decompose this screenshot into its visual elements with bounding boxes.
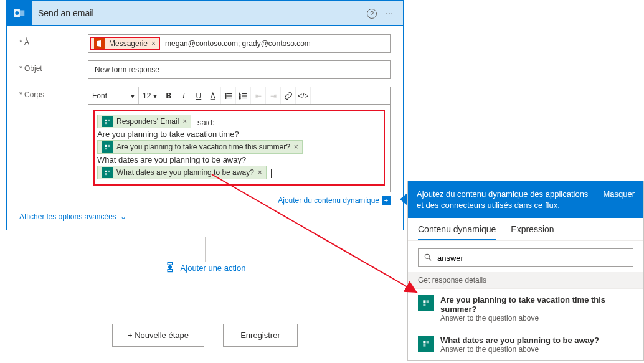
- outlook-icon: [7, 1, 32, 26]
- svg-point-8: [225, 97, 226, 98]
- panel-info-banner: Ajoutez du contenu dynamique des applica…: [408, 181, 643, 218]
- dynamic-item[interactable]: Are you planning to take vacation time t…: [408, 288, 643, 329]
- token-q2-answer[interactable]: What dates are you planning to be away? …: [97, 166, 267, 179]
- subject-label: * Objet: [19, 60, 88, 73]
- svg-rect-37: [423, 344, 425, 347]
- card-header: Send an email ? ···: [7, 1, 403, 26]
- body-text-said: said:: [197, 118, 214, 127]
- svg-rect-16: [105, 119, 107, 121]
- size-select[interactable]: 12▾: [139, 87, 161, 104]
- add-action-row: Ajouter une action: [6, 262, 404, 275]
- tab-expression[interactable]: Expression: [511, 224, 554, 240]
- numbered-button[interactable]: 123: [236, 87, 251, 104]
- body-highlight-box: Responders' Email × said: Are you planni…: [93, 110, 385, 186]
- card-title: Send an email: [38, 8, 363, 18]
- plus-icon: +: [382, 196, 391, 205]
- svg-rect-21: [105, 147, 107, 149]
- svg-rect-32: [423, 300, 425, 303]
- to-label: * À: [19, 34, 88, 47]
- svg-line-31: [429, 258, 432, 260]
- font-select[interactable]: Font▾: [88, 87, 139, 104]
- svg-text:3: 3: [239, 96, 241, 99]
- token-remove-icon[interactable]: ×: [151, 39, 156, 48]
- dynamic-search[interactable]: [418, 248, 633, 267]
- dynamic-item-desc: Answer to the question above: [440, 314, 633, 323]
- italic-button[interactable]: I: [176, 87, 191, 104]
- token-remove-icon[interactable]: ×: [258, 168, 262, 177]
- svg-rect-20: [107, 144, 109, 146]
- token-q1-answer[interactable]: Are you planning to take vacation time t…: [97, 140, 303, 154]
- dynamic-search-input[interactable]: [437, 253, 628, 263]
- dynamic-item[interactable]: What dates are you planning to be away? …: [408, 329, 643, 360]
- tab-dynamic-content[interactable]: Contenu dynamique: [418, 224, 496, 240]
- more-icon[interactable]: ···: [381, 7, 398, 18]
- body-editor[interactable]: Responders' Email × said: Are you planni…: [88, 104, 391, 192]
- svg-rect-26: [168, 270, 173, 272]
- bold-button[interactable]: B: [161, 87, 176, 104]
- svg-rect-24: [105, 172, 107, 174]
- bottom-buttons: + Nouvelle étape Enregistrer: [6, 324, 404, 347]
- color-button[interactable]: [206, 87, 221, 104]
- to-input[interactable]: Messagerie × megan@contoso.com; grady@co…: [88, 34, 391, 53]
- svg-rect-18: [105, 121, 107, 123]
- subject-input[interactable]: New form response: [88, 60, 391, 79]
- section-head-get-response: Get response details: [408, 272, 643, 288]
- add-dynamic-content-link[interactable]: Ajouter du contenu dynamique+: [88, 196, 391, 205]
- token-responders-email[interactable]: Responders' Email ×: [97, 115, 191, 128]
- forms-icon: [418, 336, 434, 352]
- save-button[interactable]: Enregistrer: [223, 324, 298, 347]
- subject-value[interactable]: New form response: [92, 64, 162, 75]
- send-email-card: Send an email ? ··· * À Messagerie × meg…: [6, 0, 404, 230]
- indent-button[interactable]: ⇥: [266, 87, 281, 104]
- panel-tabs: Contenu dynamique Expression: [408, 218, 643, 241]
- outdent-button[interactable]: ⇤: [251, 87, 266, 104]
- svg-rect-34: [423, 304, 425, 306]
- advanced-options-toggle[interactable]: Afficher les options avancées ⌄: [19, 212, 391, 221]
- dynamic-content-panel: Ajoutez du contenu dynamique des applica…: [407, 181, 644, 361]
- panel-caret-icon: [400, 193, 407, 205]
- insert-step-icon: [164, 262, 176, 275]
- to-token-label: Messagerie: [109, 39, 148, 48]
- svg-point-2: [15, 11, 19, 15]
- svg-rect-23: [107, 170, 109, 172]
- svg-rect-33: [427, 300, 429, 303]
- svg-rect-3: [211, 99, 215, 100]
- dynamic-item-desc: Answer to the question above: [440, 345, 599, 354]
- svg-point-4: [225, 93, 226, 94]
- chevron-down-icon: ⌄: [120, 212, 126, 221]
- svg-rect-17: [107, 119, 109, 121]
- rte-toolbar: Font▾ 12▾ B I U 123 ⇤ ⇥: [88, 87, 391, 104]
- office-icon: [94, 38, 105, 49]
- help-icon[interactable]: ?: [363, 7, 381, 19]
- text-cursor: [271, 169, 272, 178]
- body-label: * Corps: [19, 87, 88, 99]
- token-remove-icon[interactable]: ×: [182, 117, 187, 126]
- forms-icon: [102, 116, 113, 127]
- link-button[interactable]: [281, 87, 296, 104]
- svg-point-30: [425, 254, 429, 258]
- search-icon: [424, 253, 432, 263]
- new-step-button[interactable]: + Nouvelle étape: [112, 324, 204, 347]
- to-token-messagerie[interactable]: Messagerie ×: [90, 37, 160, 50]
- forms-icon: [102, 141, 113, 153]
- add-action-button[interactable]: Ajouter une action: [164, 262, 246, 275]
- svg-rect-35: [423, 341, 425, 343]
- to-addresses[interactable]: megan@contoso.com; grady@contoso.com: [163, 37, 389, 50]
- svg-rect-19: [105, 144, 107, 146]
- forms-icon: [102, 167, 113, 178]
- hide-panel-link[interactable]: Masquer: [603, 189, 635, 200]
- bullets-button[interactable]: [221, 87, 236, 104]
- body-field: Font▾ 12▾ B I U 123 ⇤ ⇥: [88, 87, 391, 205]
- dynamic-item-title: Are you planning to take vacation time t…: [440, 295, 633, 314]
- token-remove-icon[interactable]: ×: [294, 143, 298, 151]
- underline-button[interactable]: U: [191, 87, 206, 104]
- svg-point-6: [225, 95, 226, 97]
- svg-rect-1: [20, 10, 24, 16]
- codeview-button[interactable]: </>: [296, 87, 311, 104]
- svg-rect-22: [105, 170, 107, 172]
- card-body: * À Messagerie × megan@contoso.com; grad…: [7, 26, 403, 230]
- svg-point-27: [168, 266, 171, 269]
- svg-rect-36: [427, 341, 429, 343]
- forms-icon: [418, 295, 434, 311]
- dynamic-item-title: What dates are you planning to be away?: [440, 336, 599, 345]
